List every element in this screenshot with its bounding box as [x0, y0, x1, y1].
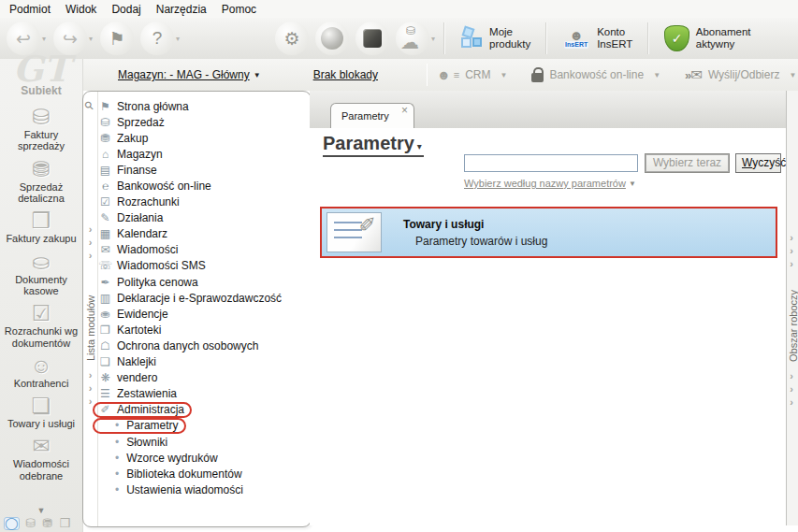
tab-parametry[interactable]: Parametry ×: [330, 103, 414, 128]
menu-item[interactable]: Widok: [60, 1, 106, 18]
web-services-button[interactable]: [315, 22, 349, 55]
menu-item[interactable]: Pomoc: [216, 1, 266, 18]
database-cloud-icon: ⛁ ☁: [400, 27, 425, 50]
cloud-archive-caret[interactable]: ▾: [431, 35, 435, 43]
module-list-item[interactable]: Wzorce wydruków: [98, 450, 310, 466]
module-list-item[interactable]: Biblioteka dokumentów: [98, 466, 310, 482]
sidebar-shortcut[interactable]: ✉ Wiadomości odebrane: [0, 433, 82, 485]
send-receive-dropdown[interactable]: » ✉ Wyślij/Odbierz ▼: [685, 66, 796, 83]
chevron-right-icon[interactable]: ›: [786, 231, 797, 244]
module-list-item-label: Wzorce wydruków: [126, 452, 217, 465]
home-icon: ⚑: [98, 100, 112, 113]
sidebar-shortcut[interactable]: ❏ Towary i usługi: [0, 393, 82, 433]
sidebar-shortcut[interactable]: ☑ Rozrachunki wg dokumentów: [0, 300, 82, 352]
chevron-right-icon[interactable]: ›: [786, 257, 797, 270]
cloud-archive-button[interactable]: ⛁ ☁: [396, 22, 429, 55]
online-banking-label: Bankowość on-line: [549, 68, 644, 81]
card-files-icon: ❐: [98, 324, 112, 337]
chevron-right-icon[interactable]: ›: [786, 395, 797, 409]
module-list-item[interactable]: ✉ Wiadomości: [98, 242, 310, 258]
module-list-item[interactable]: ▦ Kalendarz: [98, 226, 310, 242]
cube-module-button[interactable]: [355, 22, 389, 55]
forward-arrow-icon: ↪: [63, 28, 78, 50]
module-list-item[interactable]: ❏ Naklejki: [98, 354, 310, 370]
help-button[interactable]: ?: [140, 22, 174, 55]
module-list-item[interactable]: ❐ Kartoteki: [98, 322, 310, 338]
module-list-item[interactable]: ☑ Rozrachunki: [98, 194, 310, 210]
module-list-item[interactable]: ✎ Działania: [98, 210, 310, 226]
retail-quick-icon[interactable]: ⛃: [42, 517, 52, 530]
workspace-side-strip[interactable]: › › › Obszar roboczy › › ›: [786, 91, 798, 525]
module-list-item[interactable]: Parametry: [98, 418, 310, 434]
module-list-item[interactable]: ⛃ Zakup: [98, 130, 310, 146]
purchase-quick-icon[interactable]: ❒: [59, 517, 70, 530]
insert-account-button[interactable]: ☻ InsERT Konto InsERT: [555, 24, 640, 52]
sidebar-shortcut[interactable]: ⛀ Dokumenty kasowe: [0, 249, 82, 301]
module-list-item[interactable]: ☏ Wiadomości SMS: [98, 258, 310, 274]
workspace-content: Parametry ▾ Wybierz teraz Wyczyść Wybier…: [310, 128, 787, 525]
crm-dropdown[interactable]: ☻ ≡ CRM ▼: [437, 68, 507, 81]
choose-now-button[interactable]: Wybierz teraz: [645, 153, 730, 173]
sidebar-more-arrow[interactable]: ▼: [0, 506, 82, 515]
sidebar-shortcut[interactable]: ⛃ Sprzedaż detaliczna: [0, 156, 82, 208]
app-window: PodmiotWidokDodajNarzędziaPomoc ↩ ▾ ↪ ▾ …: [0, 0, 798, 532]
products-squares-icon: [460, 27, 483, 50]
module-list-item-label: Polityka cenowa: [117, 276, 198, 289]
module-list-item[interactable]: Słowniki: [98, 434, 310, 450]
sidebar-shortcut[interactable]: ⛁ Faktury sprzedaży: [0, 104, 82, 156]
purchase-icon: ⛃: [98, 132, 112, 145]
crm-person-icon: ☻: [437, 68, 451, 81]
module-list-item[interactable]: ▥ Deklaracje i e-Sprawozdawczość: [98, 290, 310, 306]
page-title-dropdown[interactable]: Parametry ▾: [323, 133, 424, 157]
menu-item[interactable]: Podmiot: [4, 1, 60, 18]
my-products-button[interactable]: Moje produkty: [453, 24, 538, 52]
module-list-item[interactable]: ⚑ Strona główna: [98, 98, 310, 114]
menu-item[interactable]: Narzędzia: [151, 1, 216, 18]
workspace-vertical-label: Obszar roboczy: [788, 290, 798, 362]
online-banking-dropdown[interactable]: Bankowość on-line ▼: [531, 67, 660, 82]
sidebar-shortcut[interactable]: ☺ Kontrahenci: [0, 352, 82, 393]
module-list-item[interactable]: ⛁ Sprzedaż: [98, 114, 310, 130]
lock-status-link[interactable]: Brak blokady: [313, 68, 378, 81]
subscription-button[interactable]: ✓ Abonament aktywny: [657, 23, 798, 53]
chevron-right-icon[interactable]: ›: [786, 382, 797, 395]
module-list-item-label: vendero: [117, 371, 157, 384]
warehouse-label[interactable]: Magazyn: - MAG - Główny: [118, 68, 250, 81]
module-list-item[interactable]: ❋ vendero: [98, 370, 310, 386]
module-list-item[interactable]: ▤ Finanse: [98, 162, 310, 178]
module-list-item[interactable]: ℮ Bankowość on-line: [98, 178, 310, 194]
warehouse-selector[interactable]: Magazyn: - MAG - Główny ▼: [118, 68, 261, 81]
chevron-right-icon[interactable]: ›: [786, 244, 797, 257]
module-list-item[interactable]: Ustawienia wiadomości: [98, 482, 310, 497]
sales-quick-icon[interactable]: ⛁: [26, 517, 36, 530]
sync-button[interactable]: ⚙: [275, 22, 309, 55]
sidebar-shortcut-label: Faktury zakupu: [1, 233, 81, 244]
module-list-item[interactable]: ⛂ Ewidencje: [98, 306, 310, 322]
back-arrow-icon: ↩: [16, 28, 31, 50]
module-list-item[interactable]: ⌂ Magazyn: [98, 146, 310, 162]
strip-chevrons: › › ›: [786, 231, 797, 270]
module-list-item[interactable]: ✐ Administracja: [98, 402, 310, 418]
tab-close-icon[interactable]: ×: [401, 104, 408, 117]
chevron-right-icon[interactable]: ›: [786, 369, 797, 382]
module-list-item[interactable]: ☰ Zestawienia: [98, 386, 310, 402]
module-list-item[interactable]: ✒ Polityka cenowa: [98, 274, 310, 290]
send-receive-caret-icon: ▼: [789, 71, 796, 79]
parameter-search-input[interactable]: [464, 154, 638, 172]
sidebar-shortcut-label: Dokumenty kasowe: [1, 274, 81, 297]
page-title: Parametry: [323, 133, 414, 154]
module-list-item[interactable]: ☖ Ochrona danych osobowych: [98, 338, 310, 353]
sidebar-quick-icons: ◯⛁⛃❒: [4, 517, 70, 530]
home-button[interactable]: ⚑: [100, 22, 134, 55]
open-document-caret[interactable]: ▾: [42, 35, 46, 43]
menu-item[interactable]: Dodaj: [106, 1, 150, 18]
help-caret[interactable]: ▾: [176, 35, 180, 43]
clear-button[interactable]: Wyczyść: [735, 153, 781, 173]
parameter-item-goods-services[interactable]: ✐ Towary i usługi Parametry towarów i us…: [320, 207, 777, 258]
filter-by-name-link[interactable]: Wybierz według nazwy parametrów ▼: [464, 178, 636, 189]
my-products-label: Moje produkty: [489, 26, 530, 50]
insert-person-icon: ☻ InsERT: [562, 29, 590, 49]
subiekt-quick-icon[interactable]: ◯: [4, 517, 20, 530]
sidebar-shortcut[interactable]: ❒ Faktury zakupu: [0, 208, 82, 248]
forward-caret[interactable]: ▾: [89, 35, 93, 43]
